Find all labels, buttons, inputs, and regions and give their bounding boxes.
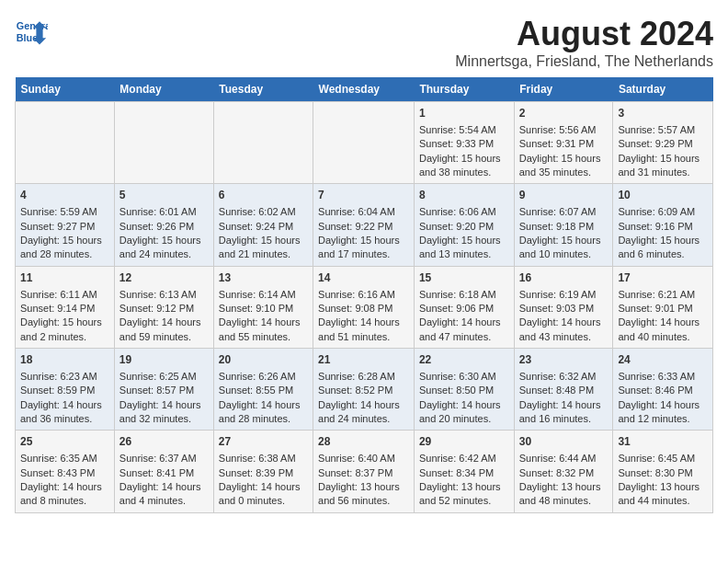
- day-number: 31: [618, 434, 708, 450]
- day-number: 24: [618, 352, 708, 368]
- day-number: 27: [219, 434, 308, 450]
- calendar-body: 1Sunrise: 5:54 AMSunset: 9:33 PMDaylight…: [16, 102, 713, 513]
- day-number: 14: [318, 270, 409, 286]
- day-info: Daylight: 15 hours and 35 minutes.: [519, 152, 609, 180]
- day-info: Sunset: 9:08 PM: [318, 302, 409, 316]
- day-info: Sunrise: 6:26 AM: [219, 370, 308, 384]
- day-info: Daylight: 13 hours and 52 minutes.: [419, 480, 509, 509]
- day-number: 6: [219, 188, 308, 203]
- calendar-cell: 1Sunrise: 5:54 AMSunset: 9:33 PMDaylight…: [414, 102, 514, 184]
- day-info: Sunrise: 6:35 AM: [20, 452, 109, 465]
- day-number: 29: [419, 434, 509, 450]
- day-info: Daylight: 14 hours and 16 minutes.: [519, 398, 609, 427]
- day-info: Sunset: 8:30 PM: [618, 466, 708, 480]
- day-info: Sunset: 9:24 PM: [219, 220, 308, 234]
- day-header-tuesday: Tuesday: [213, 77, 313, 102]
- day-info: Sunset: 8:52 PM: [318, 384, 409, 397]
- day-number: 7: [318, 188, 409, 203]
- calendar-cell: 12Sunrise: 6:13 AMSunset: 9:12 PMDayligh…: [114, 266, 213, 348]
- day-info: Sunset: 9:22 PM: [318, 220, 409, 234]
- day-number: 13: [219, 270, 308, 286]
- title-area: August 2024 Minnertsga, Friesland, The N…: [455, 15, 713, 70]
- calendar-cell: 6Sunrise: 6:02 AMSunset: 9:24 PMDaylight…: [213, 184, 313, 266]
- page-header: General Blue August 2024 Minnertsga, Fri…: [15, 15, 713, 70]
- day-info: Sunset: 8:48 PM: [519, 384, 609, 397]
- calendar-cell: 18Sunrise: 6:23 AMSunset: 8:59 PMDayligh…: [16, 349, 115, 431]
- calendar-cell: 11Sunrise: 6:11 AMSunset: 9:14 PMDayligh…: [16, 266, 115, 348]
- day-info: Daylight: 15 hours and 21 minutes.: [219, 234, 308, 262]
- day-info: Daylight: 14 hours and 20 minutes.: [419, 398, 509, 427]
- day-info: Daylight: 15 hours and 6 minutes.: [618, 234, 708, 262]
- day-info: Daylight: 15 hours and 24 minutes.: [119, 234, 209, 262]
- day-info: Daylight: 14 hours and 47 minutes.: [419, 316, 509, 344]
- day-info: Sunset: 9:14 PM: [20, 302, 109, 316]
- day-info: Sunset: 8:59 PM: [20, 384, 109, 397]
- day-info: Daylight: 15 hours and 2 minutes.: [20, 316, 109, 344]
- calendar-cell: 22Sunrise: 6:30 AMSunset: 8:50 PMDayligh…: [414, 349, 514, 431]
- day-header-monday: Monday: [114, 77, 213, 102]
- day-info: Sunset: 8:39 PM: [219, 466, 308, 480]
- day-info: Sunrise: 6:09 AM: [618, 205, 708, 219]
- day-info: Sunrise: 6:04 AM: [318, 205, 409, 219]
- day-info: Daylight: 14 hours and 0 minutes.: [219, 480, 308, 509]
- day-info: Sunrise: 6:07 AM: [519, 205, 609, 219]
- day-info: Sunset: 9:18 PM: [519, 220, 609, 234]
- calendar-table: SundayMondayTuesdayWednesdayThursdayFrid…: [15, 77, 713, 513]
- day-number: 18: [20, 352, 109, 368]
- day-info: Sunset: 9:26 PM: [119, 220, 209, 234]
- day-info: Sunset: 8:46 PM: [618, 384, 708, 397]
- day-info: Sunrise: 5:54 AM: [419, 123, 509, 137]
- day-number: 19: [119, 352, 209, 368]
- calendar-cell: 21Sunrise: 6:28 AMSunset: 8:52 PMDayligh…: [313, 349, 415, 431]
- day-info: Sunset: 9:31 PM: [519, 137, 609, 151]
- calendar-week-4: 18Sunrise: 6:23 AMSunset: 8:59 PMDayligh…: [16, 349, 713, 431]
- day-info: Daylight: 15 hours and 38 minutes.: [419, 152, 509, 180]
- day-info: Daylight: 14 hours and 51 minutes.: [318, 316, 409, 344]
- calendar-cell: 16Sunrise: 6:19 AMSunset: 9:03 PMDayligh…: [514, 266, 613, 348]
- day-info: Sunrise: 5:59 AM: [20, 205, 109, 219]
- day-info: Daylight: 14 hours and 28 minutes.: [219, 398, 308, 427]
- day-info: Sunset: 8:37 PM: [318, 466, 409, 480]
- day-info: Daylight: 15 hours and 10 minutes.: [519, 234, 609, 262]
- day-header-sunday: Sunday: [16, 77, 115, 102]
- day-info: Daylight: 14 hours and 12 minutes.: [618, 398, 708, 427]
- day-info: Daylight: 14 hours and 24 minutes.: [318, 398, 409, 427]
- calendar-cell: 7Sunrise: 6:04 AMSunset: 9:22 PMDaylight…: [313, 184, 415, 266]
- day-info: Sunrise: 6:37 AM: [119, 452, 209, 465]
- logo-icon: General Blue: [15, 15, 48, 48]
- day-info: Sunrise: 6:40 AM: [318, 452, 409, 465]
- day-info: Daylight: 14 hours and 4 minutes.: [119, 480, 209, 509]
- calendar-cell: 2Sunrise: 5:56 AMSunset: 9:31 PMDaylight…: [514, 102, 613, 184]
- calendar-cell: 4Sunrise: 5:59 AMSunset: 9:27 PMDaylight…: [16, 184, 115, 266]
- day-number: 28: [318, 434, 409, 450]
- day-info: Sunset: 9:10 PM: [219, 302, 308, 316]
- calendar-week-2: 4Sunrise: 5:59 AMSunset: 9:27 PMDaylight…: [16, 184, 713, 266]
- day-number: 12: [119, 270, 209, 286]
- day-info: Sunset: 9:27 PM: [20, 220, 109, 234]
- day-info: Sunset: 8:43 PM: [20, 466, 109, 480]
- calendar-cell: 19Sunrise: 6:25 AMSunset: 8:57 PMDayligh…: [114, 349, 213, 431]
- day-info: Sunrise: 6:19 AM: [519, 288, 609, 302]
- day-number: 3: [618, 106, 708, 121]
- day-info: Daylight: 14 hours and 55 minutes.: [219, 316, 308, 344]
- calendar-cell: 26Sunrise: 6:37 AMSunset: 8:41 PMDayligh…: [114, 431, 213, 512]
- day-info: Sunset: 8:32 PM: [519, 466, 609, 480]
- day-info: Sunset: 9:16 PM: [618, 220, 708, 234]
- day-info: Daylight: 15 hours and 13 minutes.: [419, 234, 509, 262]
- calendar-cell: [16, 102, 115, 184]
- day-info: Sunrise: 6:25 AM: [119, 370, 209, 384]
- day-info: Sunset: 9:01 PM: [618, 302, 708, 316]
- day-info: Sunrise: 6:30 AM: [419, 370, 509, 384]
- calendar-cell: 29Sunrise: 6:42 AMSunset: 8:34 PMDayligh…: [414, 431, 514, 512]
- day-info: Sunrise: 6:11 AM: [20, 288, 109, 302]
- day-info: Sunset: 8:57 PM: [119, 384, 209, 397]
- day-info: Sunrise: 6:13 AM: [119, 288, 209, 302]
- calendar-week-3: 11Sunrise: 6:11 AMSunset: 9:14 PMDayligh…: [16, 266, 713, 348]
- day-info: Daylight: 13 hours and 48 minutes.: [519, 480, 609, 509]
- calendar-cell: 30Sunrise: 6:44 AMSunset: 8:32 PMDayligh…: [514, 431, 613, 512]
- subtitle: Minnertsga, Friesland, The Netherlands: [455, 53, 713, 70]
- calendar-cell: 13Sunrise: 6:14 AMSunset: 9:10 PMDayligh…: [213, 266, 313, 348]
- svg-text:Blue: Blue: [17, 32, 38, 43]
- calendar-cell: 15Sunrise: 6:18 AMSunset: 9:06 PMDayligh…: [414, 266, 514, 348]
- logo: General Blue: [15, 15, 48, 48]
